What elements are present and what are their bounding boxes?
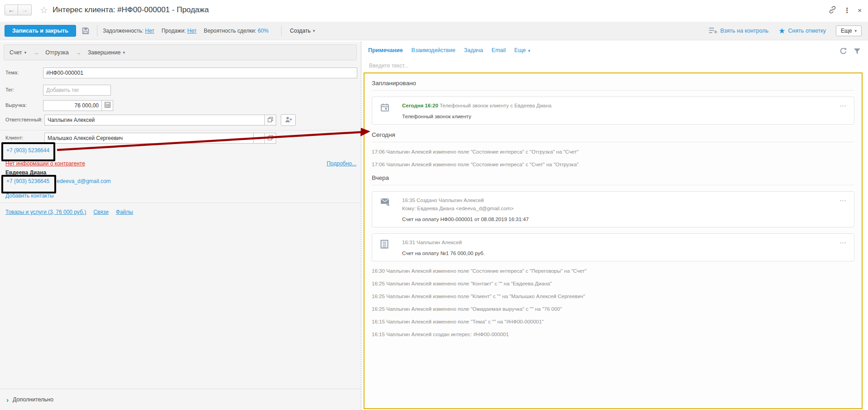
tab-note[interactable]: Примечание (368, 47, 403, 53)
floppy-icon (82, 29, 90, 36)
toolbar-divider (281, 25, 282, 36)
products-services-link[interactable]: Товары и услуги (3, 76 000 руб.) (5, 209, 86, 215)
timeline-tabs: Примечание Взаимодействие Задача Email Е… (368, 47, 531, 53)
entry-menu-button[interactable]: ⋯ (831, 197, 847, 205)
history-event: 16:15 Чаплыгин Алексей изменено поле "Те… (372, 318, 854, 325)
window-controls: ⋮ × (829, 6, 862, 14)
remove-mark-button[interactable]: ★ Снять отметку (778, 27, 826, 35)
debt-indicator: Задолженность: Нет (103, 28, 154, 34)
save-close-button[interactable]: Записать и закрыть (5, 25, 76, 37)
theme-label: Тема: (5, 70, 19, 75)
sales-indicator: Продажи: Нет (162, 28, 197, 34)
client-phone-link[interactable]: +7 (903) 5236644 (6, 147, 49, 154)
star-icon: ★ (778, 27, 785, 35)
section-header-planned: Запланировано (372, 80, 854, 87)
contact-phone-link[interactable]: +7 (903) 5236645 (6, 178, 49, 184)
theme-row: Тема: (0, 68, 361, 78)
contact-email-link[interactable]: edeeva_d@gmail.com (57, 178, 111, 184)
open-responsible-button[interactable] (265, 115, 276, 125)
details-link[interactable]: Подробно... (326, 160, 356, 167)
responsible-input[interactable] (44, 115, 265, 125)
additional-section-toggle[interactable]: › Дополнительно (0, 389, 361, 410)
stage-completion[interactable]: Завершение ▾ (88, 49, 125, 56)
tag-label: Тег: (5, 87, 14, 92)
email-entry-card[interactable]: 16:35 Создано Чаплыгин Алексей Кому: Евд… (372, 191, 854, 227)
tab-email[interactable]: Email (492, 47, 506, 53)
history-event: 16:25 Чаплыгин Алексей изменено поле "Кл… (372, 293, 854, 299)
history-event: 16:25 Чаплыгин Алексей изменено поле "Ож… (372, 306, 854, 312)
close-icon[interactable]: × (858, 7, 862, 14)
timeline-panel: Примечание Взаимодействие Задача Email Е… (361, 42, 868, 410)
files-link[interactable]: Файлы (116, 209, 133, 215)
add-contacts-link[interactable]: Добавить контакты (5, 193, 54, 199)
filter-icon[interactable] (854, 48, 861, 54)
email-sent-icon (380, 198, 391, 206)
stage-shipment[interactable]: Отгрузка (45, 49, 69, 56)
refresh-icon[interactable] (839, 47, 847, 55)
section-divider (0, 203, 361, 203)
window-menu-icon[interactable]: ⋮ (844, 7, 850, 14)
toolbar-divider (97, 25, 97, 36)
back-arrow-icon: ← (8, 6, 14, 14)
section-divider (372, 185, 854, 185)
section-header-yesterday: Вчера (372, 174, 854, 181)
additional-section-label: Дополнительно (13, 396, 53, 403)
client-dropdown-button[interactable]: ▾ (254, 133, 265, 144)
tab-task[interactable]: Задача (464, 47, 483, 53)
planned-call-card[interactable]: Сегодня 16:20 Телефонный звонок клиенту … (372, 96, 854, 125)
invoice-entry-card[interactable]: 16:31 Чаплыгин Алексей Счет на оплату №1… (372, 233, 854, 261)
no-counterparty-info-link[interactable]: Нет информации о контрагенте (5, 160, 85, 167)
chevron-down-icon: ▾ (313, 29, 315, 33)
take-control-icon (709, 27, 718, 35)
take-control-button[interactable]: Взять на контроль (709, 27, 769, 35)
tab-interaction[interactable]: Взаимодействие (412, 47, 456, 53)
stage-invoice[interactable]: Счет ▾ (10, 49, 26, 56)
tag-row: Тег: (0, 85, 361, 96)
relations-link[interactable]: Связи (93, 209, 109, 215)
more-button[interactable]: Еще ▾ (836, 25, 862, 36)
section-divider (372, 90, 854, 91)
section-divider (372, 142, 854, 142)
open-client-button[interactable] (265, 133, 276, 144)
stage-arrow-icon: → (75, 49, 82, 56)
entry-meta: Телефонный звонок клиенту с Евдеева Диан… (440, 103, 551, 108)
create-button[interactable]: Создать ▾ (287, 27, 317, 34)
note-text-input[interactable] (368, 60, 863, 72)
entry-menu-button[interactable]: ⋯ (831, 102, 847, 110)
window-titlebar: ← → ☆ Интерес клиента: #НФ00-000001 - Пр… (0, 0, 868, 20)
responsible-row: Ответственный: (0, 115, 361, 125)
chevron-down-icon: ▾ (123, 50, 125, 55)
open-form-icon (268, 117, 273, 124)
chevron-down-icon: ▾ (24, 50, 27, 55)
save-button[interactable] (80, 26, 91, 36)
theme-input[interactable] (43, 68, 357, 78)
sales-value-link[interactable]: Нет (187, 28, 197, 34)
section-divider (0, 130, 361, 130)
tab-more[interactable]: Еще ▼ (514, 47, 531, 53)
probability-label: Вероятность сделки: (204, 28, 256, 34)
entry-body: Счет на оплату НФ00-000001 от 08.08.2019… (402, 217, 831, 222)
revenue-input[interactable] (43, 100, 102, 111)
add-performer-button[interactable] (281, 114, 296, 126)
debt-value-link[interactable]: Нет (145, 28, 154, 34)
client-input[interactable] (44, 133, 254, 144)
forward-button[interactable]: → (18, 5, 32, 15)
timeline-actions (839, 47, 861, 55)
entry-body: Счет на оплату №1 76 000,00 руб. (402, 251, 831, 256)
entry-menu-button[interactable]: ⋯ (831, 239, 847, 247)
tag-input[interactable] (43, 85, 111, 96)
get-link-icon[interactable] (829, 6, 836, 14)
back-button[interactable]: ← (5, 5, 18, 15)
calculator-button[interactable] (102, 100, 113, 111)
person-add-icon (284, 116, 293, 124)
history-event: 16:30 Чаплыгин Алексей изменено поле "Со… (372, 268, 854, 274)
entry-time: Сегодня 16:20 (402, 103, 438, 108)
probability-value[interactable]: 60% (258, 28, 269, 34)
revenue-row: Выручка: (0, 100, 361, 111)
section-header-today: Сегодня (372, 131, 854, 138)
client-label: Клиент: (5, 135, 23, 140)
entry-body: Телефонный звонок клиенту (402, 114, 831, 119)
history-nav: ← → (5, 5, 32, 15)
chevron-down-icon: ▾ (258, 136, 260, 140)
favorite-star-icon[interactable]: ☆ (40, 5, 48, 15)
